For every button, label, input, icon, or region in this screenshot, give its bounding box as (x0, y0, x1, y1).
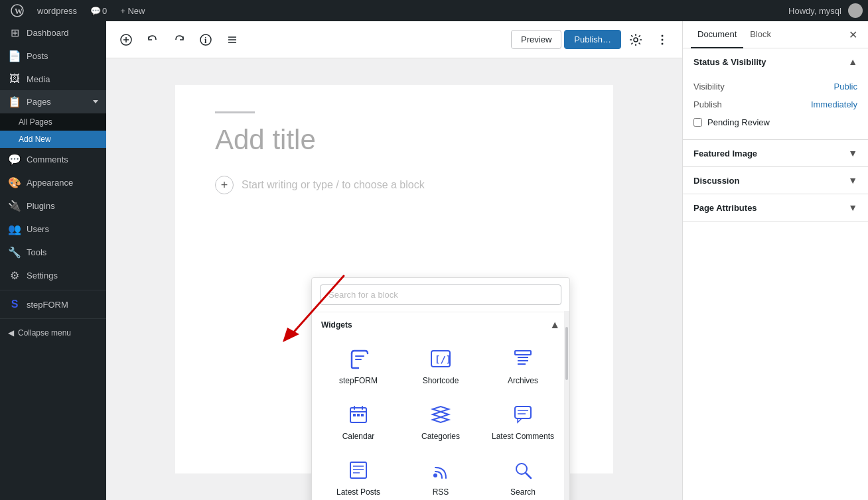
tab-block[interactable]: Block (743, 21, 778, 48)
calendar-block-label: Calendar (342, 432, 375, 441)
scrollbar-thumb[interactable] (565, 327, 568, 380)
block-item-latest-comments[interactable]: Latest Comments (483, 393, 563, 446)
page-attributes-toggle[interactable]: ▼ (848, 202, 857, 213)
sidebar-item-all-pages[interactable]: All Pages (0, 113, 106, 131)
sidebar-item-settings[interactable]: ⚙ Settings (0, 264, 106, 287)
sidebar-item-posts[interactable]: 📄 Posts (0, 44, 106, 68)
sidebar: ⊞ Dashboard 📄 Posts 🖼 Media 📋 Pages All … (0, 21, 106, 500)
sidebar-item-pages[interactable]: 📋 Pages (0, 90, 106, 113)
publish-row: Publish Immediately (693, 95, 857, 113)
discussion-header[interactable]: Discussion ▼ (683, 167, 868, 194)
title-placeholder[interactable]: Add title (215, 124, 573, 156)
sidebar-item-label: Pages (27, 97, 51, 107)
scrollbar-track (564, 311, 569, 500)
sidebar-item-plugins[interactable]: 🔌 Plugins (0, 194, 106, 218)
discussion-section: Discussion ▼ (683, 167, 868, 194)
inline-add-block-button[interactable]: + (215, 176, 234, 194)
sidebar-item-label: Tools (27, 247, 46, 257)
block-item-latest-posts[interactable]: Latest Posts (319, 449, 398, 500)
sidebar-item-tools[interactable]: 🔧 Tools (0, 241, 106, 264)
shortcode-icon: [/] (427, 345, 454, 372)
block-picker-body: Widgets ▲ (312, 312, 569, 500)
block-item-calendar[interactable]: Calendar (319, 393, 398, 446)
tab-document[interactable]: Document (691, 21, 743, 48)
publish-button[interactable]: Publish… (564, 30, 621, 49)
svg-point-12 (662, 38, 664, 40)
rss-icon (427, 457, 454, 483)
sidebar-divider (0, 290, 106, 290)
block-item-shortcode[interactable]: [/] Shortcode (401, 338, 480, 391)
svg-rect-18 (515, 351, 531, 355)
sidebar-item-users[interactable]: 👥 Users (0, 218, 106, 241)
main-layout: ⊞ Dashboard 📄 Posts 🖼 Media 📋 Pages All … (0, 21, 868, 500)
collapse-menu-button[interactable]: ◀ Collapse menu (0, 322, 106, 344)
sidebar-item-add-new[interactable]: Add New (0, 131, 106, 148)
block-item-rss[interactable]: RSS (401, 449, 480, 500)
start-writing-text: Start writing or type / to choose a bloc… (242, 179, 425, 191)
status-visibility-section: Status & Visibility ▲ Visibility Public … (683, 48, 868, 140)
block-item-stepform[interactable]: stepFORM (319, 338, 398, 391)
editor-settings-button[interactable] (624, 28, 648, 52)
comments-link[interactable]: 💬 0 (85, 0, 112, 21)
editor-page[interactable]: Add title + Start writing or type / to c… (175, 85, 613, 473)
sidebar-item-appearance[interactable]: 🎨 Appearance (0, 171, 106, 194)
page-attributes-section: Page Attributes ▼ (683, 194, 868, 221)
sidebar-item-dashboard[interactable]: ⊞ Dashboard (0, 21, 106, 44)
preview-button[interactable]: Preview (511, 30, 561, 49)
page-attributes-title: Page Attributes (693, 203, 757, 213)
redo-button[interactable] (167, 28, 191, 52)
pending-review-label: Pending Review (707, 117, 770, 127)
info-button[interactable]: i (194, 28, 218, 52)
right-panel: Document Block ✕ Status & Visibility ▲ V… (682, 21, 868, 500)
sidebar-item-label: Comments (27, 155, 68, 164)
featured-image-header[interactable]: Featured Image ▼ (683, 140, 868, 166)
user-avatar[interactable] (848, 3, 863, 18)
collapse-icon: ◀ (8, 328, 14, 338)
svg-line-38 (526, 473, 531, 478)
featured-image-title: Featured Image (693, 149, 757, 158)
wp-logo[interactable]: W (5, 4, 29, 17)
widgets-label: Widgets (321, 320, 352, 330)
svg-rect-28 (361, 414, 364, 416)
comments-icon: 💬 (8, 153, 21, 166)
publish-value[interactable]: Immediately (811, 99, 857, 109)
more-tools-button[interactable] (650, 28, 674, 52)
page-attributes-header[interactable]: Page Attributes ▼ (683, 194, 868, 221)
sidebar-item-media[interactable]: 🖼 Media (0, 68, 106, 90)
pending-review-checkbox[interactable] (693, 118, 702, 127)
categories-block-label: Categories (421, 432, 460, 441)
discussion-toggle[interactable]: ▼ (848, 175, 857, 186)
latest-posts-block-label: Latest Posts (336, 487, 380, 497)
svg-point-10 (634, 38, 638, 42)
sidebar-item-label: Dashboard (27, 28, 69, 38)
status-visibility-toggle[interactable]: ▲ (848, 56, 857, 67)
sidebar-item-stepform[interactable]: S stepFORM (0, 293, 106, 316)
latest-comments-icon (510, 401, 536, 428)
site-name[interactable]: wordpress (32, 0, 82, 21)
archives-icon (510, 345, 536, 372)
editor-content: Add title + Start writing or type / to c… (106, 58, 682, 500)
widgets-toggle[interactable]: ▲ (549, 319, 560, 331)
block-item-categories[interactable]: Categories (401, 393, 480, 446)
status-visibility-header[interactable]: Status & Visibility ▲ (683, 48, 868, 75)
list-view-button[interactable] (220, 28, 244, 52)
admin-bar: W wordpress 💬 0 + New Howdy, mysql (0, 0, 868, 21)
new-content-link[interactable]: + New (115, 0, 150, 21)
add-block-button[interactable] (114, 28, 138, 52)
rss-block-label: RSS (433, 487, 449, 497)
all-pages-label: All Pages (19, 117, 52, 127)
undo-button[interactable] (141, 28, 165, 52)
sidebar-item-comments[interactable]: 💬 Comments (0, 148, 106, 171)
pages-arrow-icon (93, 100, 98, 103)
block-adder-row: + Start writing or type / to choose a bl… (215, 176, 573, 194)
block-item-archives[interactable]: Archives (483, 338, 563, 391)
featured-image-toggle[interactable]: ▼ (848, 148, 857, 158)
plugins-icon: 🔌 (8, 200, 21, 212)
block-item-search[interactable]: Search (483, 449, 563, 500)
sidebar-item-label: stepFORM (27, 300, 68, 310)
right-panel-close-button[interactable]: ✕ (846, 26, 860, 44)
widgets-section-header: Widgets ▲ (312, 312, 569, 335)
visibility-value[interactable]: Public (834, 82, 857, 92)
block-search-input[interactable] (320, 284, 561, 305)
svg-rect-26 (353, 414, 356, 416)
